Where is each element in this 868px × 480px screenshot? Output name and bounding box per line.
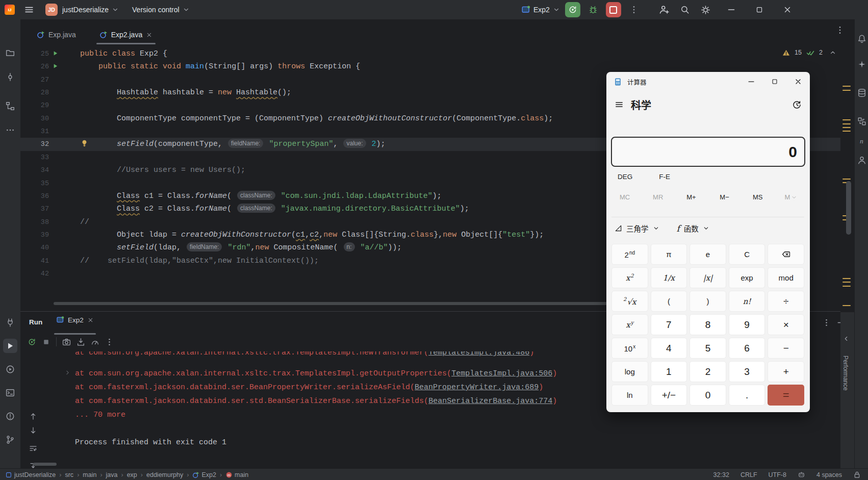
tool-strip-ai-assistant[interactable]	[855, 57, 868, 71]
key-clear[interactable]: C	[729, 244, 765, 265]
key-add[interactable]: +	[768, 361, 804, 382]
memory-recall-button[interactable]: MR	[647, 193, 669, 201]
window-maximize-icon[interactable]	[755, 6, 763, 14]
stack-trace-link[interactable]: TemplatesImpl.java:506	[451, 369, 552, 378]
key-equals[interactable]: =	[768, 385, 804, 406]
code-line-25[interactable]: 25public class Exp2 {	[20, 47, 840, 60]
inspections-widget[interactable]: 15 2	[782, 48, 848, 57]
status-encoding[interactable]: UTF-8	[769, 471, 786, 478]
key-euler[interactable]: e	[690, 244, 726, 265]
tool-strip-dependencies[interactable]	[855, 114, 868, 129]
console-output[interactable]: at com.sun.org.apache.xalan.internal.xsl…	[46, 351, 627, 469]
key-eight[interactable]: 8	[690, 314, 726, 335]
key-absolute[interactable]: |x|	[690, 267, 726, 288]
memory-store-button[interactable]: MS	[747, 193, 769, 201]
tool-strip-notebook[interactable]: n	[855, 134, 868, 148]
memory-subtract-button[interactable]: M−	[713, 193, 736, 201]
key-six[interactable]: 6	[729, 338, 765, 359]
panel-options-icon[interactable]	[822, 318, 831, 327]
key-ln[interactable]: ln	[611, 385, 648, 406]
angle-unit-button[interactable]: DEG	[618, 173, 632, 181]
memory-add-button[interactable]: M+	[680, 193, 702, 201]
calc-minimize-button[interactable]	[739, 72, 763, 91]
calculator-title-bar[interactable]: 计算器	[606, 72, 810, 91]
stack-trace-link[interactable]: BeanPropertyWriter.java:689	[415, 383, 539, 392]
run-line-icon[interactable]	[52, 63, 59, 69]
key-one[interactable]: 1	[651, 361, 687, 382]
key-two[interactable]: 2	[690, 361, 726, 382]
warning-stripe-mark[interactable]	[843, 123, 851, 124]
memory-clear-button[interactable]: MC	[614, 193, 636, 201]
run-button[interactable]	[565, 2, 580, 17]
key-multiply[interactable]: ×	[768, 314, 804, 335]
key-square[interactable]: x2	[611, 267, 648, 288]
tool-strip-profile[interactable]	[855, 153, 868, 167]
warning-stripe-mark[interactable]	[843, 86, 851, 87]
warning-stripe-mark[interactable]	[843, 286, 851, 287]
key-log[interactable]: log	[611, 361, 648, 382]
settings-gear-icon[interactable]	[701, 5, 710, 15]
fe-button[interactable]: F-E	[659, 173, 670, 181]
warning-stripe-mark[interactable]	[843, 278, 851, 279]
more-actions-icon[interactable]	[629, 5, 639, 14]
close-icon[interactable]	[146, 32, 152, 38]
key-modulo[interactable]: mod	[768, 267, 804, 288]
console-hscrollbar[interactable]	[33, 463, 57, 466]
readonly-toggle-icon[interactable]	[853, 471, 861, 478]
key-power[interactable]: xy	[611, 314, 648, 335]
more-icon[interactable]	[105, 338, 114, 346]
key-backspace[interactable]	[768, 244, 804, 265]
tool-strip-services[interactable]	[3, 362, 17, 376]
key-pi[interactable]: π	[651, 244, 687, 265]
code-with-me-icon[interactable]	[659, 5, 669, 15]
tool-strip-version-control[interactable]	[3, 433, 17, 447]
tool-strip-database[interactable]	[855, 86, 868, 100]
key-ten-power[interactable]: 10x	[611, 338, 648, 359]
key-zero[interactable]: 0	[690, 385, 726, 406]
project-avatar[interactable]: JD	[45, 4, 58, 16]
warning-stripe-mark[interactable]	[843, 305, 851, 306]
editor-tab-Exp.java[interactable]: Exp.java	[30, 24, 83, 45]
tool-strip-commit[interactable]	[3, 70, 17, 84]
breadcrumb-item[interactable]: mmain	[225, 471, 248, 478]
tool-strip-project-folder[interactable]	[3, 46, 17, 60]
warning-stripe-mark[interactable]	[843, 119, 851, 120]
rerun-icon[interactable]	[28, 338, 36, 346]
soft-wrap-icon[interactable]	[29, 444, 37, 452]
trigonometry-dropdown[interactable]: 三角学	[615, 223, 659, 234]
close-icon[interactable]	[87, 317, 94, 323]
tool-strip-run[interactable]	[3, 339, 17, 353]
breadcrumb[interactable]: justDeserialize›src›main›java›exp›eddiem…	[5, 471, 248, 478]
warning-stripe-mark[interactable]	[843, 131, 851, 132]
key-reciprocal[interactable]: 1/x	[651, 267, 687, 288]
stack-trace-link[interactable]: TemplatesImpl.java:486	[428, 351, 529, 357]
status-indent[interactable]: 4 spaces	[816, 471, 842, 478]
stop-icon[interactable]	[42, 338, 50, 346]
warning-stripe-mark[interactable]	[843, 179, 851, 180]
performance-tab[interactable]: Performance	[842, 356, 849, 391]
warning-stripe-mark[interactable]	[843, 90, 851, 91]
tool-strip-structure[interactable]	[3, 99, 17, 113]
memory-list-button[interactable]: M	[780, 193, 802, 201]
fold-icon[interactable]	[64, 369, 71, 378]
collapse-icon[interactable]	[843, 335, 850, 342]
key-nine[interactable]: 9	[729, 314, 765, 335]
key-second[interactable]: 2nd	[611, 244, 648, 265]
calc-close-button[interactable]	[786, 72, 810, 91]
calc-menu-icon[interactable]	[615, 100, 624, 109]
run-config-selector[interactable]: Exp2	[521, 5, 560, 14]
window-minimize-icon[interactable]	[727, 5, 736, 14]
warning-stripe-mark[interactable]	[843, 127, 851, 128]
down-icon[interactable]	[29, 426, 37, 435]
calc-maximize-button[interactable]	[763, 72, 786, 91]
breadcrumb-item[interactable]: java	[106, 471, 118, 478]
code-line-26[interactable]: 26 public static void main(String[] args…	[20, 60, 840, 73]
stack-trace-link[interactable]: BeanSerializerBase.java:774	[428, 397, 552, 406]
window-close-icon[interactable]	[783, 5, 792, 14]
up-icon[interactable]	[29, 412, 37, 420]
status-line-ending[interactable]: CRLF	[741, 471, 757, 478]
breadcrumb-item[interactable]: Exp2	[192, 471, 216, 478]
key-close-paren[interactable]: )	[690, 291, 726, 312]
key-three[interactable]: 3	[729, 361, 765, 382]
key-divide[interactable]: ÷	[768, 291, 804, 312]
